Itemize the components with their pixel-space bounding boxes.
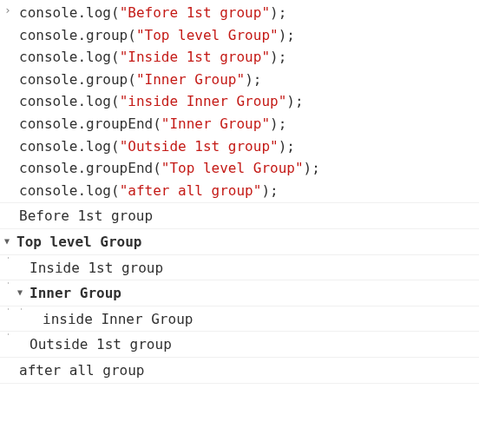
chevron-down-icon[interactable]: ▼ <box>16 282 30 300</box>
log-row: Outside 1st group <box>0 332 479 358</box>
input-code: console.log("Before 1st group"); console… <box>19 2 479 201</box>
log-text: inside Inner Group <box>43 308 479 331</box>
log-row: Before 1st group <box>0 203 479 229</box>
log-row: Inside 1st group <box>0 255 479 281</box>
chevron-down-icon[interactable]: ▼ <box>3 231 16 248</box>
group-header-row[interactable]: ▼ Top level Group <box>0 229 479 255</box>
log-row: after all group <box>0 358 479 384</box>
log-row: inside Inner Group <box>0 306 479 333</box>
console-input-row[interactable]: › console.log("Before 1st group"); conso… <box>0 0 479 203</box>
group-title: Top level Group <box>16 231 479 254</box>
group-header-row[interactable]: ▼ Inner Group <box>0 280 479 306</box>
input-prompt-icon: › <box>3 2 19 20</box>
log-text: Outside 1st group <box>30 333 479 356</box>
group-title: Inner Group <box>30 282 479 305</box>
log-text: after all group <box>19 359 479 382</box>
log-text: Inside 1st group <box>30 257 479 280</box>
log-text: Before 1st group <box>19 205 479 227</box>
